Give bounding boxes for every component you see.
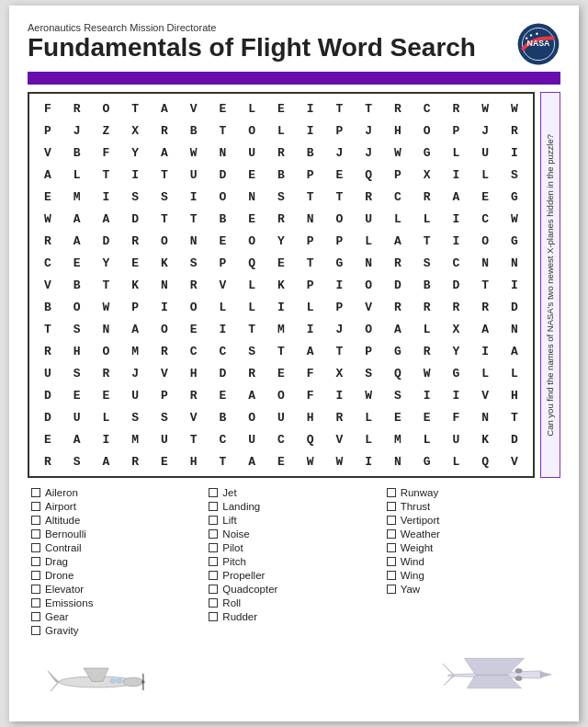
table-row: TSNAOEITMIJOALXAN [33,318,529,340]
grid-cell: S [150,186,179,208]
grid-cell: T [209,119,238,142]
grid-cell: G [500,230,529,252]
grid-cell: D [120,208,150,230]
word-checkbox[interactable] [209,598,218,608]
grid-cell: W [296,450,325,472]
grid-cell: M [120,428,150,450]
svg-text:NASA: NASA [527,39,551,48]
word-checkbox[interactable] [209,557,218,566]
grid-cell: O [92,97,121,119]
list-item: Pilot [209,542,379,553]
list-item: Airport [31,501,201,512]
word-checkbox[interactable] [31,502,40,511]
word-checkbox[interactable] [387,557,396,566]
grid-cell: L [237,296,266,318]
grid-cell: H [500,384,529,406]
header-row: Aeronautics Research Mission Directorate… [28,22,560,68]
word-checkbox[interactable] [31,571,40,580]
grid-cell: O [179,296,209,318]
word-checkbox[interactable] [209,516,218,525]
grid-cell: V [33,274,62,296]
grid-cell: U [237,142,266,164]
list-item: Elevator [31,584,201,595]
grid-cell: Q [470,450,500,472]
word-checkbox[interactable] [387,585,396,594]
word-checkbox[interactable] [31,488,40,497]
grid-cell: B [209,406,238,428]
grid-cell: S [266,186,296,208]
grid-cell: R [383,252,413,274]
grid-cell: N [237,186,266,208]
list-item: Runway [387,487,557,498]
grid-cell: L [296,296,325,318]
grid-cell: T [150,164,179,186]
grid-cell: I [209,318,238,340]
grid-cell: A [62,230,92,252]
grid-cell: W [383,142,413,164]
grid-cell: T [209,450,238,472]
word-checkbox[interactable] [31,557,40,566]
word-checkbox[interactable] [31,529,40,539]
word-checkbox[interactable] [387,488,396,497]
grid-cell: W [413,362,442,384]
word-checkbox[interactable] [387,571,396,580]
word-checkbox[interactable] [387,516,396,525]
svg-point-3 [530,34,532,36]
word-checkbox[interactable] [31,626,40,635]
table-row: RADRONEOYPPLATIOG [33,230,529,252]
grid-cell: I [470,340,500,362]
word-checkbox[interactable] [387,543,396,552]
table-row: CEYEKSPQETGNRSCNN [33,252,529,274]
grid-cell: I [325,274,355,296]
grid-cell: I [325,384,355,406]
svg-marker-9 [51,682,59,691]
grid-cell: B [209,208,238,230]
word-checkbox[interactable] [209,543,218,552]
word-label: Yaw [401,584,421,595]
grid-cell: T [470,274,500,296]
word-checkbox[interactable] [31,543,40,552]
grid-cell: S [62,318,92,340]
word-checkbox[interactable] [209,488,218,497]
grid-cell: R [470,296,500,318]
word-checkbox[interactable] [31,516,40,525]
word-col-2: JetLandingLiftNoisePilotPitchPropellerQu… [205,487,382,639]
word-checkbox[interactable] [31,598,40,608]
word-checkbox[interactable] [209,585,218,594]
grid-cell: P [296,164,325,186]
word-checkbox[interactable] [209,502,218,511]
grid-cell: R [266,208,296,230]
grid-cell: E [33,428,62,450]
grid-cell: W [179,142,209,164]
grid-cell: W [500,208,529,230]
word-checkbox[interactable] [31,585,40,594]
word-checkbox[interactable] [387,529,396,539]
grid-cell: R [33,340,62,362]
grid-cell: P [442,119,471,142]
grid-cell: T [325,340,355,362]
grid-table: FROTAVELEITTRCRWWPJZXRBTOLIPJHOPJRVBFYAW… [33,97,529,472]
list-item: Gravity [31,625,201,636]
grid-cell: L [413,428,442,450]
word-checkbox[interactable] [209,529,218,539]
grid-cell: S [120,186,150,208]
list-item: Thrust [387,501,557,512]
grid-cell: F [442,406,471,428]
table-row: EAIMUTCUCQVLMLUKD [33,428,529,450]
word-checkbox[interactable] [209,612,218,621]
word-checkbox[interactable] [209,571,218,580]
grid-cell: D [500,296,529,318]
word-checkbox[interactable] [387,502,396,511]
grid-cell: J [325,142,355,164]
grid-cell: D [209,362,238,384]
word-checkbox[interactable] [31,612,40,621]
grid-cell: S [179,252,209,274]
grid-cell: I [442,384,471,406]
puzzle-area: FROTAVELEITTRCRWWPJZXRBTOLIPJHOPJRVBFYAW… [28,92,560,478]
grid-cell: U [354,208,383,230]
sidebar-clue-text: Can you find the names of NASA's two new… [545,134,556,437]
grid-cell: E [179,318,209,340]
word-label: Contrail [45,542,82,553]
grid-cell: E [209,384,238,406]
grid-cell: L [209,296,238,318]
